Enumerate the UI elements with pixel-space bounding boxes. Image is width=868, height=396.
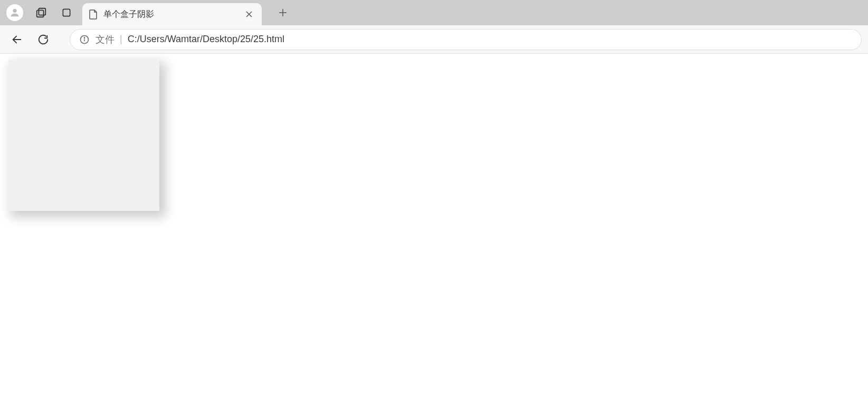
arrow-left-icon bbox=[11, 34, 23, 45]
shadow-box bbox=[8, 60, 159, 211]
address-protocol-label: 文件 bbox=[96, 33, 115, 46]
address-url: C:/Users/Wamtar/Desktop/25/25.html bbox=[128, 34, 284, 45]
reload-button[interactable] bbox=[33, 29, 54, 50]
workspaces-icon bbox=[35, 7, 47, 18]
new-tab-button[interactable] bbox=[274, 4, 291, 21]
close-icon bbox=[246, 11, 252, 17]
collections-button[interactable] bbox=[57, 3, 76, 22]
browser-tab[interactable]: 单个盒子阴影 bbox=[82, 3, 262, 25]
tab-close-button[interactable] bbox=[243, 8, 255, 21]
svg-rect-2 bbox=[37, 10, 44, 17]
tab-title: 单个盒子阴影 bbox=[103, 9, 243, 20]
page-icon bbox=[89, 9, 98, 20]
collections-icon bbox=[61, 7, 72, 18]
site-info-button[interactable] bbox=[79, 34, 90, 45]
back-button[interactable] bbox=[6, 29, 27, 50]
svg-point-11 bbox=[84, 37, 84, 38]
workspaces-button[interactable] bbox=[32, 3, 51, 22]
plus-icon bbox=[279, 8, 287, 17]
browser-chrome: 单个盒子阴影 bbox=[0, 0, 868, 54]
svg-rect-3 bbox=[63, 9, 70, 16]
address-bar[interactable]: 文件 | C:/Users/Wamtar/Desktop/25/25.html bbox=[70, 29, 862, 50]
address-row: 文件 | C:/Users/Wamtar/Desktop/25/25.html bbox=[0, 25, 868, 54]
profile-button[interactable] bbox=[6, 4, 23, 21]
tab-strip: 单个盒子阴影 bbox=[0, 0, 868, 25]
page-viewport bbox=[3, 55, 868, 396]
svg-rect-1 bbox=[39, 8, 45, 15]
person-icon bbox=[9, 7, 21, 18]
svg-point-0 bbox=[13, 9, 16, 13]
info-icon bbox=[79, 34, 90, 45]
reload-icon bbox=[37, 34, 49, 45]
address-separator: | bbox=[120, 34, 122, 45]
